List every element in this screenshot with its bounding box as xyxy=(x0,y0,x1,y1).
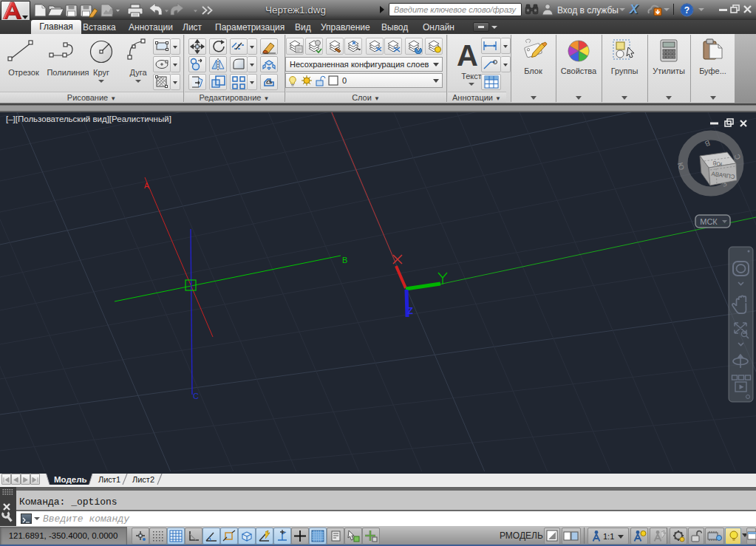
svg-text:ЮВ: ЮВ xyxy=(712,160,723,168)
svg-text:Текст: Текст xyxy=(461,72,482,81)
svg-text:?: ? xyxy=(684,5,689,16)
svg-text:Лист2: Лист2 xyxy=(132,475,154,484)
svg-text:0: 0 xyxy=(342,76,347,85)
svg-text:Полилиния: Полилиния xyxy=(47,68,89,77)
svg-text:Лист1: Лист1 xyxy=(98,475,120,484)
svg-text:А: А xyxy=(144,182,149,190)
svg-text:1:1: 1:1 xyxy=(603,532,614,541)
svg-text:Круг: Круг xyxy=(93,68,109,77)
svg-text:С: С xyxy=(193,392,199,400)
svg-text:Отрезок: Отрезок xyxy=(8,68,39,77)
svg-text:МСК: МСК xyxy=(700,217,718,226)
svg-text:В: В xyxy=(342,256,347,265)
svg-text:A: A xyxy=(457,39,478,72)
svg-text:В: В xyxy=(704,139,711,149)
svg-text:Модель: Модель xyxy=(54,475,87,484)
svg-text:Дуга: Дуга xyxy=(129,68,147,77)
svg-text:Z: Z xyxy=(407,305,413,316)
